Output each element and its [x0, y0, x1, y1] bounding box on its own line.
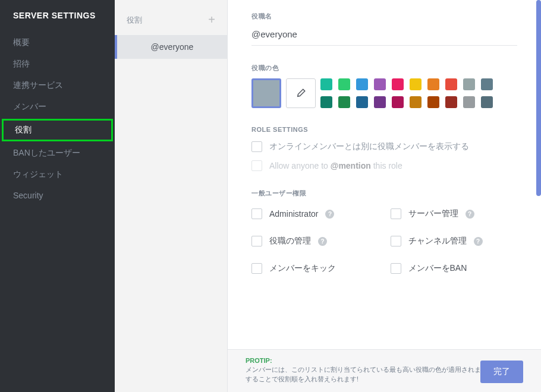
- roles-column-header: 役割: [127, 15, 142, 26]
- scrollbar-thumb[interactable]: [536, 0, 541, 196]
- color-swatch[interactable]: [463, 78, 475, 90]
- color-picker-button[interactable]: [286, 78, 316, 108]
- toggle-display-separately[interactable]: オンラインメンバーとは別に役職メンバーを表示する: [251, 141, 517, 152]
- permission-label: サーバー管理: [408, 208, 458, 219]
- sidebar-item-Security[interactable]: Security: [0, 185, 115, 206]
- color-swatch[interactable]: [481, 78, 493, 90]
- color-swatch[interactable]: [374, 96, 386, 108]
- checkbox[interactable]: [251, 141, 262, 152]
- help-icon[interactable]: ?: [325, 210, 334, 219]
- sidebar-item-ウィジェット[interactable]: ウィジェット: [0, 164, 115, 185]
- sidebar-item-連携サービス[interactable]: 連携サービス: [0, 75, 115, 96]
- color-swatch[interactable]: [338, 96, 350, 108]
- permission-label: Administrator: [269, 209, 318, 219]
- color-swatch[interactable]: [338, 78, 350, 90]
- checkbox[interactable]: [391, 208, 401, 219]
- permission-label: チャンネル管理: [408, 236, 467, 246]
- sidebar-item-メンバー[interactable]: メンバー: [0, 96, 115, 118]
- color-swatch[interactable]: [374, 78, 386, 90]
- role-color-label: 役職の色: [251, 64, 517, 72]
- checkbox[interactable]: [251, 263, 262, 274]
- color-swatch[interactable]: [356, 96, 368, 108]
- eyedropper-icon: [295, 88, 306, 99]
- permission-item[interactable]: チャンネル管理?: [391, 236, 518, 246]
- sidebar-item-役割[interactable]: 役割: [2, 119, 113, 141]
- sidebar-item-招待[interactable]: 招待: [0, 53, 115, 75]
- add-role-button[interactable]: +: [208, 13, 215, 27]
- help-icon[interactable]: ?: [474, 237, 483, 246]
- sidebar-item-BANしたユーザー[interactable]: BANしたユーザー: [0, 143, 115, 164]
- color-swatch[interactable]: [356, 78, 368, 90]
- checkbox: [251, 160, 262, 171]
- role-item[interactable]: @everyone: [115, 35, 227, 59]
- color-swatch[interactable]: [392, 78, 404, 90]
- main-content: 役職名 @everyone 役職の色 ROLE SETTINGS オンラインメン…: [228, 0, 541, 392]
- general-permissions-label: 一般ユーザー権限: [251, 189, 517, 198]
- toggle-label: オンラインメンバーとは別に役職メンバーを表示する: [269, 141, 469, 152]
- permission-item[interactable]: メンバーをBAN: [391, 263, 518, 274]
- permission-item[interactable]: Administrator?: [251, 208, 379, 219]
- checkbox[interactable]: [251, 208, 262, 219]
- sidebar-item-概要[interactable]: 概要: [0, 32, 115, 53]
- checkbox[interactable]: [391, 236, 401, 246]
- role-settings-label: ROLE SETTINGS: [251, 126, 517, 133]
- color-swatch[interactable]: [445, 78, 457, 90]
- role-name-label: 役職名: [251, 12, 517, 21]
- color-swatch[interactable]: [445, 96, 457, 108]
- checkbox[interactable]: [391, 263, 401, 274]
- settings-sidebar: SERVER SETTINGS 概要招待連携サービスメンバー役割BANしたユーザ…: [0, 0, 115, 392]
- checkbox[interactable]: [251, 236, 262, 246]
- color-swatch[interactable]: [320, 78, 332, 90]
- toggle-allow-mention: Allow anyone to @mention this role: [251, 160, 517, 171]
- roles-column: 役割 + @everyone: [115, 0, 228, 392]
- color-swatch[interactable]: [320, 96, 332, 108]
- color-default-swatch[interactable]: [251, 78, 281, 108]
- color-swatch[interactable]: [427, 78, 439, 90]
- help-icon[interactable]: ?: [465, 210, 474, 219]
- permission-item[interactable]: サーバー管理?: [391, 208, 518, 219]
- sidebar-title: SERVER SETTINGS: [0, 11, 115, 32]
- permission-label: メンバーをキック: [269, 263, 336, 274]
- color-swatch[interactable]: [410, 96, 422, 108]
- color-swatch[interactable]: [392, 96, 404, 108]
- help-icon[interactable]: ?: [318, 237, 327, 246]
- color-swatch[interactable]: [427, 96, 439, 108]
- color-swatch[interactable]: [410, 78, 422, 90]
- permission-item[interactable]: 役職の管理?: [251, 236, 379, 246]
- done-button[interactable]: 完了: [480, 361, 523, 383]
- role-name-value[interactable]: @everyone: [251, 26, 517, 46]
- toggle-label: Allow anyone to @mention this role: [269, 161, 402, 170]
- color-swatch[interactable]: [463, 96, 475, 108]
- color-swatch[interactable]: [481, 96, 493, 108]
- permission-label: メンバーをBAN: [408, 263, 467, 274]
- permission-label: 役職の管理: [269, 236, 311, 246]
- permission-item[interactable]: メンバーをキック: [251, 263, 379, 274]
- footer: PROTIP: メンバーには、このリストに割り当てられている最も高い役職の色が適…: [228, 349, 541, 392]
